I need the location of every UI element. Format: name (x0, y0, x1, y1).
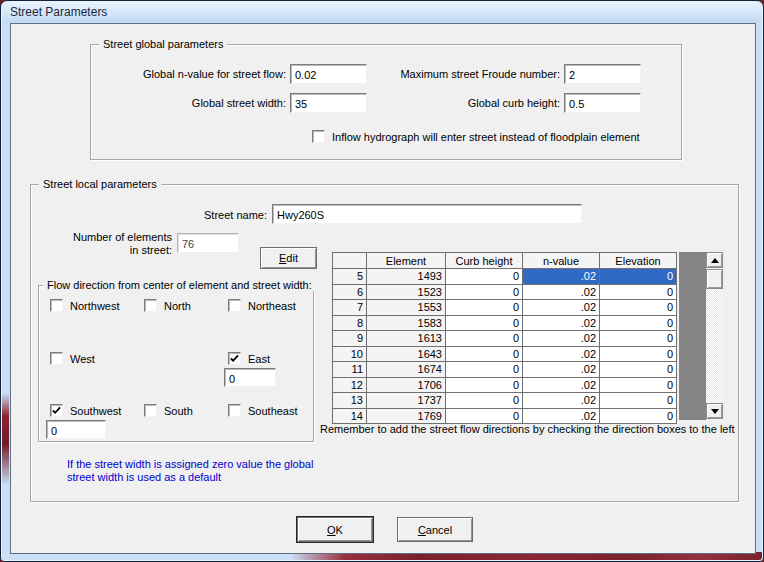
cell-elevation[interactable]: 0 (600, 362, 677, 378)
cell-elevation[interactable]: 0 (600, 300, 677, 316)
east-width-input[interactable] (224, 368, 276, 387)
cell-element[interactable]: 1643 (367, 346, 446, 362)
cell-curb-height[interactable]: 0 (446, 331, 523, 347)
scroll-up-button[interactable] (706, 252, 723, 268)
checkbox-south[interactable] (144, 404, 157, 417)
checkmark-icon (230, 354, 239, 363)
cell-elevation[interactable]: 0 (600, 269, 677, 285)
cell-curb-height[interactable]: 0 (446, 346, 523, 362)
street-width-note-line2: street width is used as a default (67, 471, 221, 483)
southwest-width-input[interactable] (46, 420, 106, 439)
checkbox-southeast[interactable] (228, 404, 241, 417)
cell-rownum[interactable]: 9 (333, 331, 367, 347)
cell-n-value[interactable]: .02 (523, 408, 600, 424)
checkbox-northwest[interactable] (50, 299, 63, 312)
scrollbar-thumb[interactable] (706, 269, 723, 289)
cell-element[interactable]: 1493 (367, 269, 446, 285)
cell-element[interactable]: 1706 (367, 377, 446, 393)
table-row: 6 1523 0 .02 0 (333, 284, 677, 300)
inflow-hydrograph-checkbox[interactable] (312, 130, 325, 143)
label-northwest: Northwest (70, 300, 120, 312)
cell-rownum[interactable]: 10 (333, 346, 367, 362)
cell-curb-height[interactable]: 0 (446, 408, 523, 424)
frame-glass-artifact-left (2, 393, 9, 485)
checkbox-west[interactable] (50, 352, 63, 365)
table-row: 9 1613 0 .02 0 (333, 331, 677, 347)
street-name-input[interactable] (272, 204, 582, 224)
cell-elevation[interactable]: 0 (600, 346, 677, 362)
cell-element[interactable]: 1523 (367, 284, 446, 300)
cell-element[interactable]: 1674 (367, 362, 446, 378)
cell-n-value[interactable]: .02 (523, 362, 600, 378)
cell-curb-height[interactable]: 0 (446, 284, 523, 300)
cell-n-value[interactable]: .02 (523, 377, 600, 393)
cell-element[interactable]: 1769 (367, 408, 446, 424)
num-elements-input (177, 233, 239, 253)
street-width-note-line1: If the street width is assigned zero val… (67, 458, 313, 470)
cell-rownum[interactable]: 6 (333, 284, 367, 300)
table-row: 11 1674 0 .02 0 (333, 362, 677, 378)
cell-n-value[interactable]: .02 (523, 315, 600, 331)
cell-curb-height[interactable]: 0 (446, 377, 523, 393)
froude-number-label: Maximum street Froude number: (341, 68, 560, 80)
cell-elevation[interactable]: 0 (600, 408, 677, 424)
checkbox-north[interactable] (144, 299, 157, 312)
cell-rownum[interactable]: 7 (333, 300, 367, 316)
ok-button[interactable]: OK (297, 517, 373, 542)
cell-element[interactable]: 1583 (367, 315, 446, 331)
table-row: 8 1583 0 .02 0 (333, 315, 677, 331)
cell-n-value[interactable]: .02 (523, 269, 600, 285)
cell-rownum[interactable]: 12 (333, 377, 367, 393)
cell-n-value[interactable]: .02 (523, 393, 600, 409)
cell-curb-height[interactable]: 0 (446, 362, 523, 378)
cell-rownum[interactable]: 11 (333, 362, 367, 378)
scroll-down-button[interactable] (706, 403, 723, 419)
checkbox-southwest[interactable] (50, 404, 63, 417)
cell-rownum[interactable]: 8 (333, 315, 367, 331)
table-row: 13 1737 0 .02 0 (333, 393, 677, 409)
edit-button[interactable]: Edit (260, 247, 317, 269)
cell-elevation[interactable]: 0 (600, 315, 677, 331)
arrow-up-icon (711, 258, 719, 263)
label-west: West (70, 353, 95, 365)
cell-n-value[interactable]: .02 (523, 331, 600, 347)
checkbox-east[interactable] (228, 352, 241, 365)
cell-curb-height[interactable]: 0 (446, 393, 523, 409)
table-scrollbar[interactable] (706, 252, 723, 420)
cell-elevation[interactable]: 0 (600, 284, 677, 300)
cell-rownum[interactable]: 13 (333, 393, 367, 409)
cell-n-value[interactable]: .02 (523, 284, 600, 300)
cell-rownum[interactable]: 14 (333, 408, 367, 424)
cell-element[interactable]: 1613 (367, 331, 446, 347)
checkbox-northeast[interactable] (228, 299, 241, 312)
cell-elevation[interactable]: 0 (600, 393, 677, 409)
label-north: North (164, 300, 191, 312)
cell-elevation[interactable]: 0 (600, 331, 677, 347)
cell-curb-height[interactable]: 0 (446, 315, 523, 331)
cell-element[interactable]: 1553 (367, 300, 446, 316)
header-curb-height: Curb height (446, 253, 523, 269)
title-bar[interactable]: Street Parameters (2, 2, 762, 23)
header-rownum (333, 253, 367, 269)
cell-curb-height[interactable]: 0 (446, 269, 523, 285)
street-name-label: Street name: (111, 209, 267, 221)
header-elevation: Elevation (600, 253, 677, 269)
cell-element[interactable]: 1737 (367, 393, 446, 409)
cancel-button[interactable]: Cancel (397, 517, 473, 542)
cell-n-value[interactable]: .02 (523, 346, 600, 362)
froude-number-input[interactable] (564, 64, 641, 84)
arrow-down-icon (711, 409, 719, 414)
global-curb-height-input[interactable] (564, 93, 641, 113)
cell-rownum[interactable]: 5 (333, 269, 367, 285)
label-southwest: Southwest (70, 405, 121, 417)
window-title: Street Parameters (10, 5, 107, 19)
table-filler-column (679, 252, 706, 420)
num-elements-label-line2: in street: (41, 244, 172, 256)
table-row: 10 1643 0 .02 0 (333, 346, 677, 362)
cell-elevation[interactable]: 0 (600, 377, 677, 393)
table-row: 12 1706 0 .02 0 (333, 377, 677, 393)
global-curb-height-label: Global curb height: (341, 97, 560, 109)
cell-curb-height[interactable]: 0 (446, 300, 523, 316)
global-group-title: Street global parameters (99, 38, 227, 50)
cell-n-value[interactable]: .02 (523, 300, 600, 316)
